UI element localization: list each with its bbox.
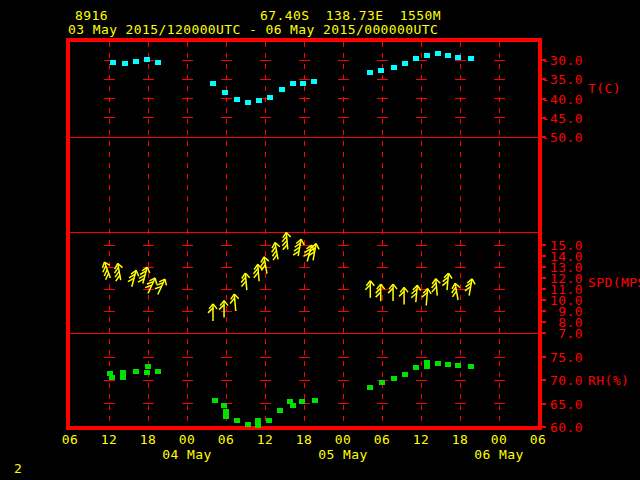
wind-barb xyxy=(293,238,305,256)
wind-barb xyxy=(450,283,462,301)
wind-barb xyxy=(421,288,431,306)
wind-barb xyxy=(208,304,217,321)
wind-barb xyxy=(113,263,125,281)
wind-barb xyxy=(240,273,250,291)
wind-barb xyxy=(138,266,151,285)
wind-barb xyxy=(219,301,228,318)
wind-barb xyxy=(270,242,282,260)
wind-barb xyxy=(442,273,452,291)
meteogram-screen: 8916 67.40S 138.73E 1550M 03 May 2015/12… xyxy=(0,0,640,480)
wind-barb xyxy=(143,276,158,295)
wind-barb xyxy=(253,264,263,282)
wind-barb xyxy=(388,284,397,301)
wind-barb xyxy=(100,261,114,280)
wind-barb xyxy=(281,232,291,250)
wind-barb xyxy=(365,281,374,298)
wind-barb xyxy=(127,269,140,288)
wind-barb xyxy=(259,256,271,274)
wind-barb xyxy=(411,285,421,303)
wind-barb xyxy=(399,287,408,304)
wind-barb-layer xyxy=(0,0,640,480)
wind-barb xyxy=(464,278,476,296)
wind-barb xyxy=(376,284,385,301)
wind-barb xyxy=(431,278,441,296)
wind-barb xyxy=(229,294,239,312)
